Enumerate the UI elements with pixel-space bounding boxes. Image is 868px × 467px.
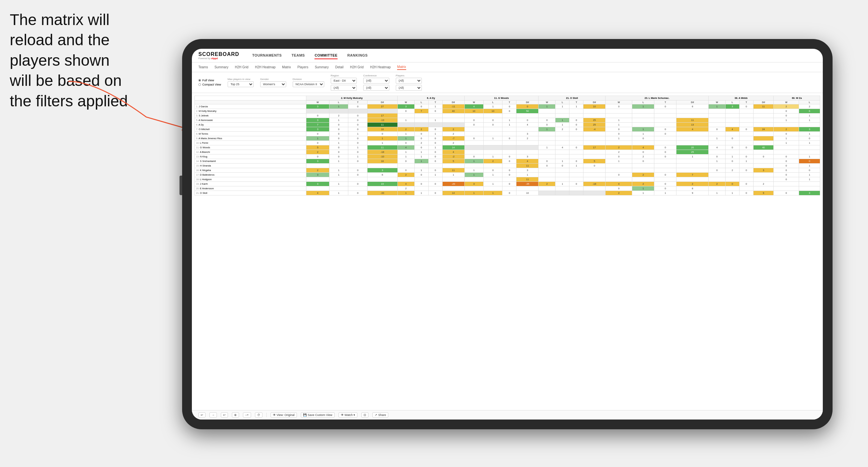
cell: 0 <box>484 118 502 123</box>
sub-nav-h2h-heatmap[interactable]: H2H Heatmap <box>255 65 275 70</box>
cell <box>799 186 820 191</box>
table-row: 7. O Mitchell 30018 2202 120-4 0104 0402… <box>195 127 820 132</box>
sub-nav-h2h-grid[interactable]: H2H Grid <box>235 65 248 70</box>
sub-nav-matrix2[interactable]: Matrix <box>397 64 406 70</box>
sub-nav-detail[interactable]: Detail <box>335 65 344 70</box>
save-label: Save Custom View <box>308 413 332 416</box>
nav-teams[interactable]: TEAMS <box>291 52 305 59</box>
full-view-option[interactable]: Full View <box>198 79 221 82</box>
cell: 10 <box>484 109 502 114</box>
cell <box>517 127 538 132</box>
cell <box>725 186 739 191</box>
grid-button[interactable]: ⊡ <box>361 412 369 417</box>
cell <box>774 182 799 186</box>
cell: 0 <box>329 127 348 132</box>
sub-nav-summary2[interactable]: Summary <box>315 65 329 70</box>
cell <box>502 114 517 118</box>
undo-button[interactable]: ↩ <box>198 412 206 417</box>
cell <box>753 114 773 118</box>
players-label: Players <box>396 74 422 77</box>
matrix-area[interactable]: 2. M Kelly Mulcahy 6. A Dy 11. G Woods 2… <box>192 93 823 410</box>
sh-s-dif: Dif <box>583 100 606 104</box>
conference-select[interactable]: (All) <box>363 78 389 84</box>
cell <box>569 154 583 159</box>
cell: 0 <box>725 145 739 150</box>
cell: 0 <box>464 123 483 127</box>
cell: 0 <box>774 109 799 114</box>
cell <box>753 141 773 145</box>
back-button[interactable]: ↩ <box>221 412 228 417</box>
players-select2[interactable]: (All) <box>396 85 422 91</box>
sub-nav-h2h-heatmap2[interactable]: H2H Heatmap <box>370 65 391 70</box>
cell <box>517 114 538 118</box>
row-name: 12. A Bianchi <box>195 150 306 154</box>
cell: 2 <box>709 182 725 186</box>
cell <box>484 145 502 150</box>
watch-button[interactable]: 👁 Watch ▾ <box>339 412 358 417</box>
gender-select[interactable]: Women's <box>260 81 286 87</box>
cell: 0 <box>774 163 799 168</box>
cell <box>753 163 773 168</box>
cell: 2 <box>414 127 428 132</box>
max-players-select[interactable]: Top 25 <box>228 81 254 87</box>
full-view-radio[interactable] <box>198 79 201 82</box>
top-navigation: SCOREBOARD Powered by clippd TOURNAMENTS… <box>192 49 823 62</box>
sub-nav-h2h-grid2[interactable]: H2H Grid <box>350 65 364 70</box>
col-header-webb: 38. A Webb <box>709 96 774 100</box>
cell <box>725 123 739 127</box>
cell: 0 <box>348 159 368 163</box>
cell: 0 <box>774 173 799 177</box>
cell: 2 <box>442 141 464 145</box>
cell <box>606 114 632 118</box>
col-header-dy: 6. A Dy <box>397 96 464 100</box>
cell <box>583 141 606 145</box>
share-button[interactable]: ↗ Share <box>372 412 388 417</box>
cell: 0 <box>428 168 442 173</box>
cell: 0 <box>538 118 555 123</box>
compact-view-radio[interactable] <box>198 83 201 86</box>
region-select[interactable]: East - DII <box>331 78 357 84</box>
cell: 1 <box>774 141 799 145</box>
cell: 0 <box>654 127 677 132</box>
view-original-button[interactable]: 👁 View: Original <box>271 412 297 417</box>
sub-nav-summary[interactable]: Summary <box>214 65 228 70</box>
save-custom-view-button[interactable]: 💾 Save Custom View <box>301 412 335 417</box>
region-select2[interactable]: (All) <box>331 85 357 91</box>
cell: 0 <box>654 173 677 177</box>
cell: 3 <box>306 182 329 186</box>
timer-button[interactable]: ⏱ <box>255 412 262 417</box>
sub-nav-teams[interactable]: Teams <box>198 65 208 70</box>
conference-select2[interactable]: (All) <box>363 85 389 91</box>
cell: 1 <box>725 154 739 159</box>
redo-button[interactable]: → <box>210 412 217 417</box>
sub-nav-players[interactable]: Players <box>298 65 308 70</box>
nav-committee[interactable]: COMMITTEE <box>314 52 338 59</box>
cell: 0 <box>484 123 502 127</box>
cell: 13 <box>677 123 709 127</box>
cell <box>442 177 464 182</box>
nav-rankings[interactable]: RANKINGS <box>347 52 368 59</box>
cell: 4 <box>517 123 538 127</box>
zoom-button[interactable]: −+ <box>243 412 251 417</box>
cell: 1 <box>774 118 799 123</box>
cell <box>484 132 502 136</box>
cell <box>709 186 725 191</box>
cell: 25 <box>583 118 606 123</box>
cell <box>709 123 725 127</box>
add-button[interactable]: ⊕ <box>232 412 239 417</box>
cell: 2 <box>632 182 654 186</box>
sub-nav-matrix[interactable]: Matrix <box>282 65 291 70</box>
compact-view-option[interactable]: Compact View <box>198 83 221 86</box>
nav-tournaments[interactable]: TOURNAMENTS <box>252 52 282 59</box>
cell: 0 <box>555 163 569 168</box>
cell <box>555 141 569 145</box>
division-select[interactable]: NCAA Division II <box>293 81 324 87</box>
cell <box>464 163 483 168</box>
cell: 40 <box>753 145 773 150</box>
players-select[interactable]: (All) <box>396 78 422 84</box>
cell: 1 <box>329 191 348 195</box>
logo-powered: Powered by clippd <box>198 57 239 60</box>
cell: 1 <box>799 177 820 182</box>
cell: 1 <box>428 104 442 109</box>
cell <box>397 114 414 118</box>
